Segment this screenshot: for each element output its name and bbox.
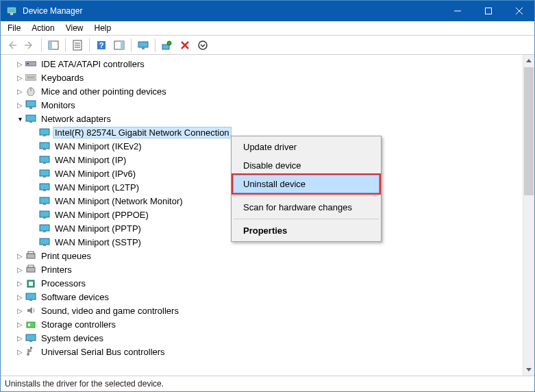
toolbar-separator [155,38,155,52]
svg-rect-62 [29,341,32,342]
menu-help[interactable]: Help [89,22,117,34]
chevron-down-icon [526,368,532,371]
svg-rect-34 [43,135,46,136]
app-icon [6,5,17,16]
expand-icon[interactable]: ▷ [14,74,25,82]
scan-icon [162,40,173,51]
collapse-icon[interactable]: ▾ [14,115,25,123]
close-button[interactable] [503,1,534,21]
tree-category-printers[interactable]: ▷Printers [1,262,523,276]
expand-icon[interactable]: ▷ [14,60,25,68]
expand-icon[interactable]: ▷ [14,293,25,301]
svg-rect-47 [40,225,49,231]
svg-rect-53 [27,267,35,272]
tree-panel-icon [48,40,59,51]
down-circle-icon [197,40,208,51]
tree-category-monitors[interactable]: ▷Monitors [1,98,523,112]
expand-icon[interactable]: ▷ [14,101,25,109]
svg-rect-38 [43,162,46,164]
nic-icon [39,168,50,179]
svg-rect-45 [40,211,49,217]
tree-category-mice[interactable]: ▷Mice and other pointing devices [1,84,523,98]
context-menu-separator [234,195,379,196]
vertical-scrollbar[interactable] [523,55,534,376]
status-text: Uninstalls the driver for the selected d… [5,379,164,389]
menu-view[interactable]: View [60,22,89,34]
expand-icon[interactable]: ▷ [14,280,25,287]
context-menu-disable-device[interactable]: Disable device [233,156,380,175]
toolbar-show-hide-tree-button[interactable] [45,37,62,53]
svg-rect-42 [43,190,46,191]
svg-rect-18 [142,47,145,49]
svg-rect-35 [40,143,49,149]
system-device-icon [25,332,36,343]
menu-action[interactable]: Action [26,22,60,34]
svg-rect-2 [8,8,15,12]
svg-rect-39 [40,170,49,176]
back-arrow-icon [6,40,17,51]
svg-point-20 [167,41,171,45]
expand-icon[interactable]: ▷ [14,252,25,260]
context-menu-scan-hardware[interactable]: Scan for hardware changes [233,198,380,217]
expand-icon[interactable]: ▷ [14,348,25,356]
scroll-up-button[interactable] [523,55,534,66]
expand-icon[interactable]: ▷ [14,307,25,315]
forward-arrow-icon [24,40,35,51]
tree-category-storage[interactable]: ▷Storage controllers [1,317,523,331]
tree-category-printqueues[interactable]: ▷Print queues [1,249,523,262]
action-pane-icon [114,40,125,51]
toolbar-separator [65,38,66,52]
svg-rect-61 [26,334,36,341]
nic-icon [39,154,50,165]
svg-rect-57 [26,293,36,299]
tree-category-processors[interactable]: ▷Processors [1,276,523,290]
svg-text:?: ? [99,41,104,49]
expand-icon[interactable]: ▷ [14,321,25,328]
maximize-button[interactable] [473,1,503,21]
status-bar: Uninstalls the driver for the selected d… [1,376,534,391]
context-menu-uninstall-device[interactable]: Uninstall device [233,175,380,193]
toolbar-update-driver-button[interactable] [135,37,151,53]
tree-category-usb[interactable]: ▷Universal Serial Bus controllers [1,345,523,358]
scrollbar-thumb[interactable] [524,67,534,195]
expand-icon[interactable]: ▷ [14,334,25,342]
software-device-icon [25,291,36,302]
menu-file[interactable]: File [2,22,26,34]
toolbar-properties-button[interactable] [69,37,86,53]
tree-category-sound[interactable]: ▷Sound, video and game controllers [1,304,523,317]
scroll-down-button[interactable] [523,364,534,376]
svg-point-21 [199,41,207,49]
svg-rect-44 [43,204,46,205]
toolbar-action-button[interactable] [111,37,127,53]
context-menu-properties[interactable]: Properties [233,221,380,240]
nic-icon [39,182,50,193]
tree-category-system[interactable]: ▷System devices [1,331,523,345]
tree-category-keyboards[interactable]: ▷Keyboards [1,71,523,84]
context-menu-update-driver[interactable]: Update driver [233,138,380,156]
svg-rect-41 [40,184,49,190]
toolbar-uninstall-button[interactable] [177,37,193,53]
toolbar-separator [131,38,132,52]
minimize-button[interactable] [442,1,473,21]
svg-rect-32 [29,121,32,123]
svg-rect-23 [27,63,29,64]
toolbar-help-button[interactable]: ? [93,37,110,53]
svg-rect-51 [27,254,35,258]
context-menu[interactable]: Update driver Disable device Uninstall d… [231,136,382,242]
expand-icon[interactable]: ▷ [14,88,25,95]
tree-category-network[interactable]: ▾Network adapters [1,112,523,125]
toolbar-enable-button[interactable] [195,37,211,53]
toolbar-scan-button[interactable] [159,37,175,53]
nic-icon [39,209,50,220]
nic-icon [39,195,50,206]
monitor-icon [25,99,36,110]
svg-rect-17 [138,42,148,47]
nic-icon [39,140,50,151]
tree-category-ide[interactable]: ▷IDE ATA/ATAPI controllers [1,57,523,71]
tree-category-software[interactable]: ▷Software devices [1,290,523,304]
help-icon: ? [96,40,107,51]
expand-icon[interactable]: ▷ [14,266,25,273]
window-title: Device Manager [23,6,442,16]
svg-rect-60 [28,323,30,326]
svg-rect-48 [43,231,46,232]
